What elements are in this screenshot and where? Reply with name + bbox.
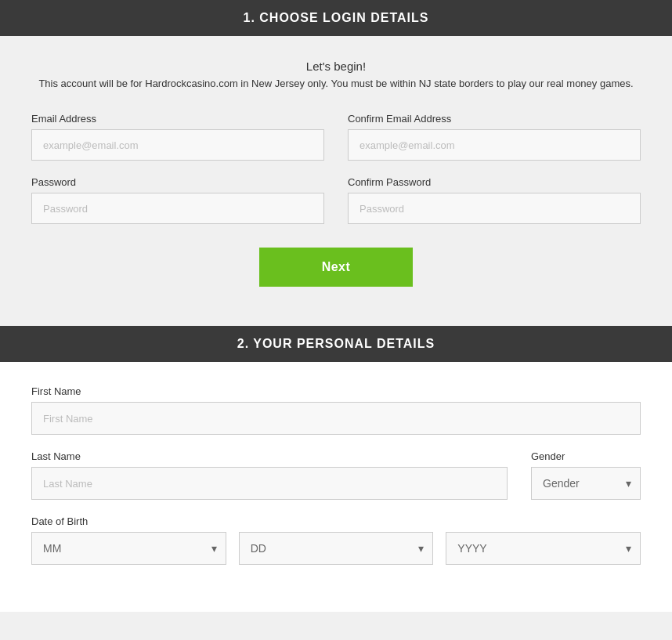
confirm-email-group: Confirm Email Address <box>348 113 641 161</box>
intro-text: Let's begin! This account will be for Ha… <box>31 60 641 89</box>
email-row: Email Address Confirm Email Address <box>31 113 641 161</box>
first-name-group: First Name <box>31 385 641 435</box>
gender-label: Gender <box>531 450 641 462</box>
dob-yyyy-wrapper: YYYY 20262025202420232022202120202019201… <box>446 532 641 565</box>
last-name-label: Last Name <box>31 450 508 462</box>
email-input[interactable] <box>31 129 324 161</box>
dob-yyyy-select[interactable]: YYYY 20262025202420232022202120202019201… <box>446 532 641 565</box>
intro-line2: This account will be for Hardrockcasino.… <box>31 78 641 89</box>
confirm-email-input[interactable] <box>348 129 641 161</box>
dob-row: Date of Birth MM 010203 040506 070809 10… <box>31 515 641 565</box>
password-row: Password Confirm Password <box>31 176 641 224</box>
gender-select[interactable]: Gender Male Female <box>531 467 641 500</box>
dob-selects: MM 010203 040506 070809 101112 DD 010203… <box>31 532 641 565</box>
gender-select-wrapper: Gender Male Female <box>531 467 641 500</box>
next-button[interactable]: Next <box>259 248 413 287</box>
dob-label: Date of Birth <box>31 515 641 527</box>
gender-group: Gender Gender Male Female <box>531 450 641 500</box>
email-label: Email Address <box>31 113 324 125</box>
personal-section: First Name Last Name Gender Gender Male … <box>0 362 672 612</box>
first-name-label: First Name <box>31 385 641 397</box>
section1-content: Let's begin! This account will be for Ha… <box>0 36 672 326</box>
last-name-group: Last Name <box>31 450 508 500</box>
dob-mm-wrapper: MM 010203 040506 070809 101112 <box>31 532 226 565</box>
section1-header: 1. CHOOSE LOGIN DETAILS <box>0 0 672 36</box>
next-btn-row: Next <box>31 248 641 287</box>
password-group: Password <box>31 176 324 224</box>
dob-mm-select[interactable]: MM 010203 040506 070809 101112 <box>31 532 226 565</box>
confirm-password-group: Confirm Password <box>348 176 641 224</box>
password-input[interactable] <box>31 193 324 224</box>
first-name-input[interactable] <box>31 402 641 435</box>
email-group: Email Address <box>31 113 324 161</box>
last-name-input[interactable] <box>31 467 508 500</box>
confirm-password-label: Confirm Password <box>348 176 641 188</box>
confirm-email-label: Confirm Email Address <box>348 113 641 125</box>
confirm-password-input[interactable] <box>348 193 641 224</box>
dob-dd-wrapper: DD 0102030405060708091011121314151617181… <box>239 532 434 565</box>
password-label: Password <box>31 176 324 188</box>
dob-dd-select[interactable]: DD 0102030405060708091011121314151617181… <box>239 532 434 565</box>
last-name-gender-row: Last Name Gender Gender Male Female <box>31 450 641 500</box>
section2-header: 2. YOUR PERSONAL DETAILS <box>0 326 672 362</box>
intro-line1: Let's begin! <box>31 60 641 73</box>
